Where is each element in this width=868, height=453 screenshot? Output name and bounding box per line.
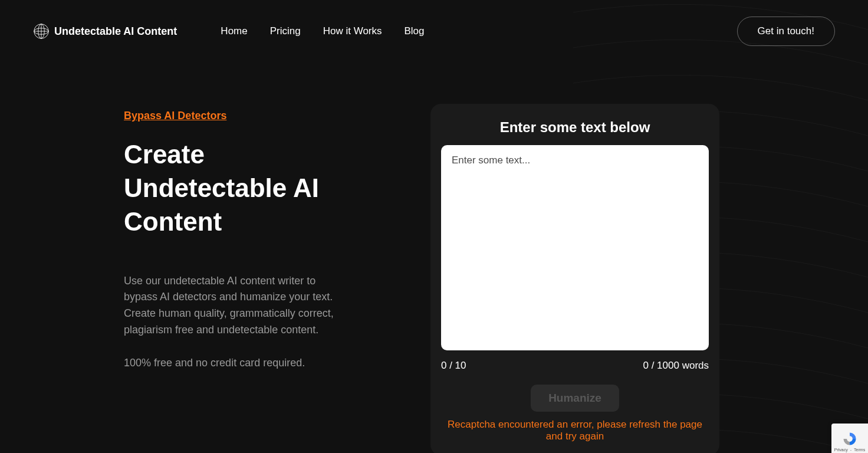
nav-home[interactable]: Home — [221, 25, 247, 37]
char-counter: 0 / 10 — [441, 360, 466, 372]
hero-body-text: Use our undetectable AI content writer t… — [124, 273, 348, 339]
header: Undetectable AI Content Home Pricing How… — [0, 0, 868, 58]
hero-note: 100% free and no credit card required. — [124, 355, 348, 371]
counters: 0 / 10 0 / 1000 words — [441, 360, 709, 372]
recaptcha-icon — [842, 431, 857, 447]
nav: Home Pricing How it Works Blog — [221, 25, 424, 37]
humanize-button[interactable]: Humanize — [531, 385, 619, 412]
nav-blog[interactable]: Blog — [405, 25, 425, 37]
main: Bypass AI Detectors Create Undetectable … — [0, 58, 868, 453]
text-input[interactable] — [441, 145, 709, 350]
nav-how-it-works[interactable]: How it Works — [323, 25, 382, 37]
logo-icon — [33, 23, 50, 40]
hero-column: Bypass AI Detectors Create Undetectable … — [124, 110, 348, 453]
recaptcha-privacy[interactable]: Privacy — [834, 448, 848, 452]
page-heading: Create Undetectable AI Content — [124, 137, 348, 239]
panel-title: Enter some text below — [441, 119, 709, 136]
text-panel: Enter some text below 0 / 10 0 / 1000 wo… — [430, 104, 719, 453]
get-in-touch-button[interactable]: Get in touch! — [737, 17, 835, 46]
recaptcha-badge[interactable]: Privacy - Terms — [831, 424, 868, 453]
bypass-ai-detectors-link[interactable]: Bypass AI Detectors — [124, 110, 226, 122]
logo[interactable]: Undetectable AI Content — [33, 23, 177, 40]
word-counter: 0 / 1000 words — [643, 360, 709, 372]
recaptcha-error: Recaptcha encountered an error, please r… — [441, 419, 709, 442]
recaptcha-links: Privacy - Terms — [834, 448, 865, 452]
recaptcha-terms[interactable]: Terms — [854, 448, 865, 452]
logo-text: Undetectable AI Content — [54, 25, 177, 38]
nav-pricing[interactable]: Pricing — [270, 25, 301, 37]
